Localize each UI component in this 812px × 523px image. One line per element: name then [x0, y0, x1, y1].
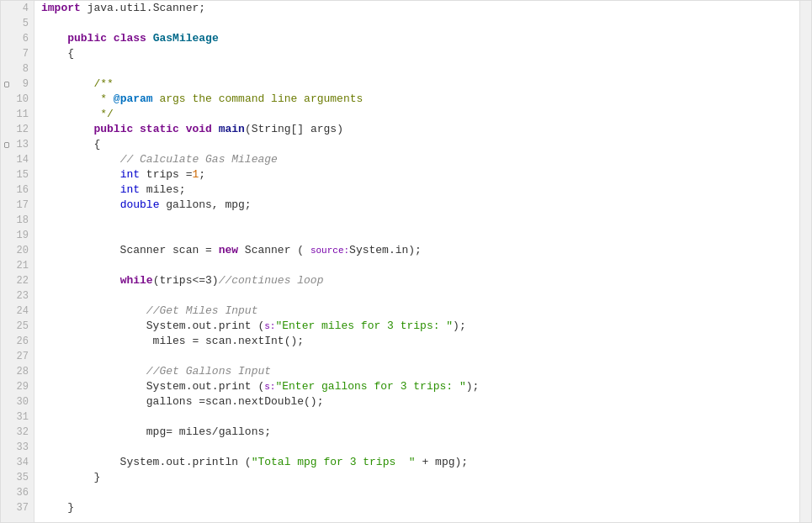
code-line-25: System.out.print (s:"Enter miles for 3 t… — [41, 319, 799, 334]
code-line-23 — [41, 288, 799, 304]
code-line-6: public class GasMileage — [41, 31, 799, 46]
code-line-7: { — [41, 46, 799, 61]
code-line-4: import java.util.Scanner; — [41, 1, 799, 16]
code-line-14: // Calculate Gas Mileage — [41, 152, 799, 167]
code-line-24: //Get Miles Input — [41, 304, 799, 319]
fold-btn-9[interactable]: ▢ — [1, 78, 13, 90]
code-line-27 — [41, 349, 799, 364]
code-line-5 — [41, 16, 799, 31]
code-line-15: int trips =1; — [41, 167, 799, 182]
scrollbar[interactable] — [799, 1, 811, 522]
code-content[interactable]: import java.util.Scanner; public class G… — [34, 1, 799, 522]
code-line-21 — [41, 258, 799, 273]
code-line-35: } — [41, 470, 799, 485]
code-line-29: System.out.print (s:"Enter gallons for 3… — [41, 379, 799, 394]
code-line-37: } — [41, 500, 799, 515]
code-line-17: double gallons, mpg; — [41, 198, 799, 213]
code-line-11: */ — [41, 107, 799, 122]
line-gutter: 4 5 6 7 8 ▢9 10 11 12 ▢13 14 15 16 17 18… — [1, 1, 34, 522]
code-line-12: public static void main(String[] args) — [41, 122, 799, 137]
code-editor: 4 5 6 7 8 ▢9 10 11 12 ▢13 14 15 16 17 18… — [0, 0, 812, 523]
code-line-20: Scanner scan = new Scanner ( source:Syst… — [41, 243, 799, 258]
code-line-33 — [41, 440, 799, 455]
code-line-26: miles = scan.nextInt(); — [41, 334, 799, 349]
code-line-30: gallons =scan.nextDouble(); — [41, 394, 799, 409]
code-line-36 — [41, 485, 799, 500]
code-line-13: { — [41, 137, 799, 152]
code-line-28: //Get Gallons Input — [41, 364, 799, 379]
code-line-16: int miles; — [41, 182, 799, 198]
code-line-34: System.out.println ("Total mpg for 3 tri… — [41, 455, 799, 470]
code-line-10: * @param args the command line arguments — [41, 92, 799, 107]
code-line-31 — [41, 409, 799, 425]
code-line-9: /** — [41, 77, 799, 92]
code-line-19 — [41, 228, 799, 243]
fold-btn-13[interactable]: ▢ — [1, 139, 13, 151]
code-line-22: while(trips<=3)//continues loop — [41, 273, 799, 288]
code-line-32: mpg= miles/gallons; — [41, 425, 799, 440]
code-line-18 — [41, 213, 799, 228]
code-line-8 — [41, 61, 799, 77]
